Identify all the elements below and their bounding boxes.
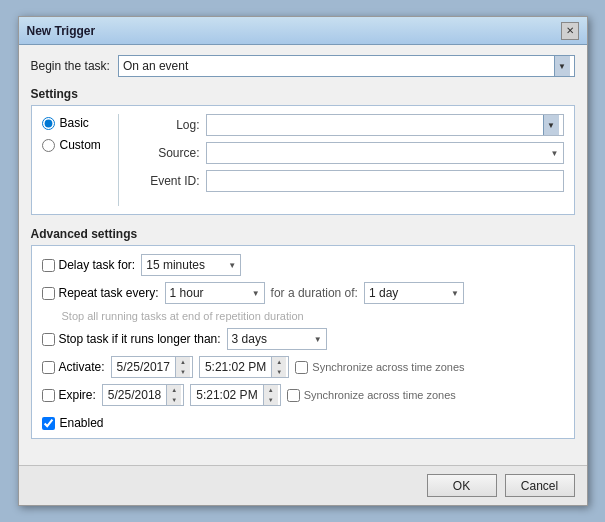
activate-date-up[interactable]: ▲ bbox=[176, 357, 190, 367]
activate-time-up[interactable]: ▲ bbox=[272, 357, 286, 367]
stop-longer-label: Stop task if it runs longer than: bbox=[59, 332, 221, 346]
advanced-section: Advanced settings Delay task for: 15 min… bbox=[31, 227, 575, 439]
radio-basic[interactable] bbox=[42, 117, 55, 130]
activate-date-down[interactable]: ▼ bbox=[176, 367, 190, 377]
delay-checkbox[interactable] bbox=[42, 259, 55, 272]
stop-longer-value: 3 days bbox=[232, 332, 310, 346]
begin-task-arrow: ▼ bbox=[554, 56, 570, 76]
begin-task-value: On an event bbox=[123, 59, 554, 73]
expire-sync-label: Synchronize across time zones bbox=[304, 389, 456, 401]
enabled-row: Enabled bbox=[42, 416, 564, 430]
repeat-checkbox-item: Repeat task every: bbox=[42, 286, 159, 300]
expire-time-box[interactable]: 5:21:02 PM ▲ ▼ bbox=[190, 384, 280, 406]
expire-date-up[interactable]: ▲ bbox=[167, 385, 181, 395]
duration-value: 1 day bbox=[369, 286, 447, 300]
repeat-arrow: ▼ bbox=[252, 289, 260, 298]
enabled-label: Enabled bbox=[60, 416, 104, 430]
log-combo[interactable]: ▼ bbox=[206, 114, 564, 136]
expire-row: Expire: 5/25/2018 ▲ ▼ 5:21:02 PM ▲ ▼ bbox=[42, 384, 564, 406]
begin-task-label: Begin the task: bbox=[31, 59, 110, 73]
activate-date: 5/25/2017 bbox=[114, 360, 173, 374]
enabled-checkbox[interactable] bbox=[42, 417, 55, 430]
activate-sync-item: Synchronize across time zones bbox=[295, 361, 464, 374]
event-id-row: Event ID: bbox=[135, 170, 564, 192]
delay-label: Delay task for: bbox=[59, 258, 136, 272]
expire-time-down[interactable]: ▼ bbox=[264, 395, 278, 405]
expire-sync-item: Synchronize across time zones bbox=[287, 389, 456, 402]
button-row: OK Cancel bbox=[19, 465, 587, 505]
ok-button[interactable]: OK bbox=[427, 474, 497, 497]
expire-date: 5/25/2018 bbox=[105, 388, 164, 402]
delay-arrow: ▼ bbox=[228, 261, 236, 270]
repeat-label: Repeat task every: bbox=[59, 286, 159, 300]
close-button[interactable]: ✕ bbox=[561, 22, 579, 40]
settings-box: Basic Custom Log: ▼ bbox=[31, 105, 575, 215]
radio-custom-label: Custom bbox=[60, 138, 101, 152]
stop-longer-checkbox[interactable] bbox=[42, 333, 55, 346]
stop-longer-checkbox-item: Stop task if it runs longer than: bbox=[42, 332, 221, 346]
advanced-label: Advanced settings bbox=[31, 227, 575, 241]
delay-row: Delay task for: 15 minutes ▼ bbox=[42, 254, 564, 276]
expire-time-up[interactable]: ▲ bbox=[264, 385, 278, 395]
expire-label: Expire: bbox=[59, 388, 96, 402]
stop-note-row: Stop all running tasks at end of repetit… bbox=[42, 310, 564, 322]
source-row: Source: ▼ bbox=[135, 142, 564, 164]
activate-row: Activate: 5/25/2017 ▲ ▼ 5:21:02 PM ▲ bbox=[42, 356, 564, 378]
stop-note: Stop all running tasks at end of repetit… bbox=[62, 310, 304, 322]
radio-basic-item: Basic bbox=[42, 116, 102, 130]
expire-checkbox[interactable] bbox=[42, 389, 55, 402]
activate-date-box[interactable]: 5/25/2017 ▲ ▼ bbox=[111, 356, 193, 378]
delay-combo[interactable]: 15 minutes ▼ bbox=[141, 254, 241, 276]
stop-longer-arrow: ▼ bbox=[314, 335, 322, 344]
radio-basic-label: Basic bbox=[60, 116, 89, 130]
activate-checkbox-item: Activate: bbox=[42, 360, 105, 374]
repeat-combo[interactable]: 1 hour ▼ bbox=[165, 282, 265, 304]
activate-sync-checkbox[interactable] bbox=[295, 361, 308, 374]
expire-date-spin[interactable]: ▲ ▼ bbox=[166, 385, 181, 405]
activate-sync-label: Synchronize across time zones bbox=[312, 361, 464, 373]
activate-time-down[interactable]: ▼ bbox=[272, 367, 286, 377]
source-combo[interactable]: ▼ bbox=[206, 142, 564, 164]
expire-time: 5:21:02 PM bbox=[193, 388, 260, 402]
radio-custom-item: Custom bbox=[42, 138, 102, 152]
radio-custom[interactable] bbox=[42, 139, 55, 152]
expire-checkbox-item: Expire: bbox=[42, 388, 96, 402]
activate-label: Activate: bbox=[59, 360, 105, 374]
radio-group: Basic Custom bbox=[42, 114, 102, 206]
stop-longer-row: Stop task if it runs longer than: 3 days… bbox=[42, 328, 564, 350]
dialog-body: Begin the task: On an event ▼ Settings B… bbox=[19, 45, 587, 465]
stop-longer-combo[interactable]: 3 days ▼ bbox=[227, 328, 327, 350]
begin-task-combo[interactable]: On an event ▼ bbox=[118, 55, 575, 77]
source-label: Source: bbox=[135, 146, 200, 160]
event-id-label: Event ID: bbox=[135, 174, 200, 188]
duration-label: for a duration of: bbox=[271, 286, 358, 300]
log-label: Log: bbox=[135, 118, 200, 132]
activate-time: 5:21:02 PM bbox=[202, 360, 269, 374]
duration-arrow: ▼ bbox=[451, 289, 459, 298]
log-arrow: ▼ bbox=[543, 115, 559, 135]
event-id-input[interactable] bbox=[206, 170, 564, 192]
delay-checkbox-item: Delay task for: bbox=[42, 258, 136, 272]
expire-time-spin[interactable]: ▲ ▼ bbox=[263, 385, 278, 405]
fields-area: Log: ▼ Source: ▼ Event bbox=[135, 114, 564, 206]
repeat-value: 1 hour bbox=[170, 286, 248, 300]
repeat-row: Repeat task every: 1 hour ▼ for a durati… bbox=[42, 282, 564, 304]
activate-time-spin[interactable]: ▲ ▼ bbox=[271, 357, 286, 377]
settings-label: Settings bbox=[31, 87, 575, 101]
activate-date-spin[interactable]: ▲ ▼ bbox=[175, 357, 190, 377]
log-row: Log: ▼ bbox=[135, 114, 564, 136]
expire-date-down[interactable]: ▼ bbox=[167, 395, 181, 405]
duration-combo[interactable]: 1 day ▼ bbox=[364, 282, 464, 304]
expire-date-box[interactable]: 5/25/2018 ▲ ▼ bbox=[102, 384, 184, 406]
activate-checkbox[interactable] bbox=[42, 361, 55, 374]
expire-sync-checkbox[interactable] bbox=[287, 389, 300, 402]
advanced-box: Delay task for: 15 minutes ▼ Repeat task… bbox=[31, 245, 575, 439]
cancel-button[interactable]: Cancel bbox=[505, 474, 575, 497]
repeat-checkbox[interactable] bbox=[42, 287, 55, 300]
dialog: New Trigger ✕ Begin the task: On an even… bbox=[18, 16, 588, 506]
dialog-title: New Trigger bbox=[27, 24, 96, 38]
settings-section: Settings Basic Custom Log: bbox=[31, 87, 575, 215]
activate-time-box[interactable]: 5:21:02 PM ▲ ▼ bbox=[199, 356, 289, 378]
source-arrow: ▼ bbox=[551, 149, 559, 158]
title-bar: New Trigger ✕ bbox=[19, 17, 587, 45]
